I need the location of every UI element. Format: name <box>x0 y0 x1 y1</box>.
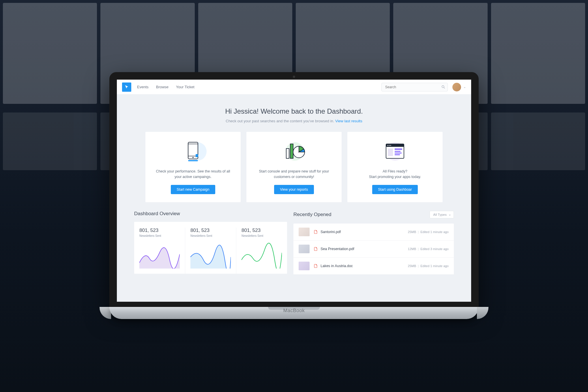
welcome-section: Hi Jessica! Welcome back to the Dashboar… <box>117 95 471 132</box>
recent-list: Santorini.pdf 25MB|Edited 1 minute ago S… <box>293 224 454 275</box>
welcome-subtitle: Check out your past searches and the con… <box>123 119 465 123</box>
device-label: MacBook <box>283 308 305 314</box>
search-box <box>381 83 448 91</box>
nav-events[interactable]: Events <box>137 85 149 89</box>
svg-point-5 <box>192 157 194 158</box>
recent-header: Recently Opened All Types <box>293 211 454 218</box>
card-files: All Files ready?Start promoting your app… <box>347 132 443 202</box>
welcome-title: Hi Jessica! Welcome back to the Dashboar… <box>123 107 465 115</box>
nav-ticket[interactable]: Your Ticket <box>176 85 194 89</box>
svg-rect-9 <box>290 144 293 158</box>
stat-2-label: Newsletters Sent <box>190 234 231 237</box>
macbook-base: MacBook <box>109 307 479 319</box>
app-header: Events Browse Your Ticket ⌄ <box>117 80 471 95</box>
stat-2: 801, 523 Newsletters Sent <box>185 228 236 274</box>
file-thumbnail <box>299 228 310 236</box>
chart-illustration <box>277 140 311 163</box>
pdf-icon <box>314 247 318 251</box>
cursor-icon <box>124 85 129 89</box>
svg-rect-18 <box>395 151 400 152</box>
file-name: Lakes in Austria.doc <box>321 264 353 268</box>
start-dashboard-button[interactable]: Start using Dashboar <box>372 185 417 194</box>
svg-rect-6 <box>188 160 198 161</box>
chevron-down-icon[interactable]: ⌄ <box>463 85 466 89</box>
search-icon[interactable] <box>441 85 445 90</box>
recent-row[interactable]: Lakes in Austria.doc 25MB|Edited 1 minut… <box>293 258 454 275</box>
svg-point-0 <box>442 85 444 88</box>
sparkline-blue <box>190 243 231 269</box>
svg-point-15 <box>389 145 390 146</box>
card-reports-text: Start console and prepare new stuff for … <box>253 169 335 180</box>
main-nav: Events Browse Your Ticket <box>137 85 194 89</box>
svg-rect-8 <box>286 149 289 158</box>
overview-title: Dashboard Overview <box>134 211 287 217</box>
type-filter-dropdown[interactable]: All Types <box>430 211 454 218</box>
macbook-mockup: Events Browse Your Ticket ⌄ Hi Jessica! … <box>109 72 479 319</box>
file-name: Santorini.pdf <box>321 230 341 234</box>
stat-1-value: 801, 523 <box>139 228 180 233</box>
stat-1-label: Newsletters Sent <box>139 234 180 237</box>
search-input[interactable] <box>381 83 448 91</box>
card-campaign: Check your performance. See the results … <box>145 132 241 202</box>
user-avatar[interactable] <box>452 83 461 91</box>
file-name: Sea Presentation.pdf <box>321 247 354 251</box>
file-meta: 25MB|Edited 1 minute ago <box>408 264 449 268</box>
stat-2-value: 801, 523 <box>190 228 231 233</box>
file-thumbnail <box>299 262 310 270</box>
pdf-icon <box>314 230 318 234</box>
file-meta: 25MB|Edited 1 minute ago <box>408 230 449 234</box>
view-last-results-link[interactable]: View last results <box>335 119 362 123</box>
stat-3-label: Newsletters Sent <box>241 234 282 237</box>
recent-title: Recently Opened <box>293 212 331 217</box>
view-reports-button[interactable]: View your reports <box>274 185 314 194</box>
screen-frame: Events Browse Your Ticket ⌄ Hi Jessica! … <box>109 72 479 307</box>
svg-rect-21 <box>388 149 393 156</box>
welcome-subtitle-text: Check out your past searches and the con… <box>226 119 335 123</box>
app-screen: Events Browse Your Ticket ⌄ Hi Jessica! … <box>117 80 471 302</box>
nav-browse[interactable]: Browse <box>156 85 168 89</box>
sparkline-green <box>241 243 282 269</box>
file-meta: 12MB|Edited 3 minute ago <box>408 247 449 251</box>
svg-rect-13 <box>386 144 404 147</box>
file-thumbnail <box>299 245 310 253</box>
stat-1: 801, 523 Newsletters Sent <box>134 228 185 274</box>
card-reports: Start console and prepare new stuff for … <box>246 132 342 202</box>
svg-rect-19 <box>395 153 402 153</box>
recently-opened: Recently Opened All Types Santorini.pdf … <box>293 211 454 275</box>
svg-line-1 <box>444 87 445 88</box>
svg-rect-20 <box>395 154 400 155</box>
stat-3: 801, 523 Newsletters Sent <box>236 228 287 274</box>
camera-icon <box>293 76 295 78</box>
start-campaign-button[interactable]: Start new Campaign <box>171 185 215 194</box>
card-files-text: All Files ready?Start promoting your app… <box>354 169 436 180</box>
doc-icon <box>314 264 318 268</box>
stat-3-value: 801, 523 <box>241 228 282 233</box>
action-cards: Check your performance. See the results … <box>117 132 471 202</box>
svg-point-14 <box>387 145 388 146</box>
svg-rect-17 <box>395 149 402 150</box>
card-campaign-text: Check your performance. See the results … <box>152 169 234 180</box>
browser-illustration <box>378 140 412 163</box>
overview-card: 801, 523 Newsletters Sent 801, 523 Newsl… <box>134 222 287 274</box>
recent-row[interactable]: Sea Presentation.pdf 12MB|Edited 3 minut… <box>293 241 454 258</box>
dashboard-overview: Dashboard Overview 801, 523 Newsletters … <box>134 211 287 275</box>
svg-point-16 <box>390 145 391 146</box>
phone-illustration <box>176 140 210 163</box>
app-logo[interactable] <box>122 82 131 92</box>
sparkline-purple <box>139 243 180 269</box>
recent-row[interactable]: Santorini.pdf 25MB|Edited 1 minute ago <box>293 224 454 241</box>
lower-section: Dashboard Overview 801, 523 Newsletters … <box>117 202 471 275</box>
